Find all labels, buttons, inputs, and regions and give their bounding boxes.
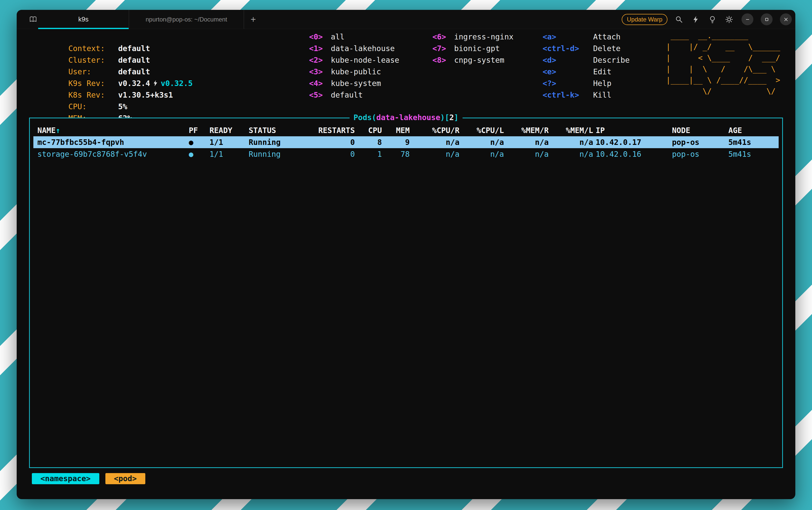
breadcrumb: <namespace> <pod> — [32, 473, 145, 484]
cell-cpu-r: n/a — [410, 148, 459, 160]
k8s-rev-label: K8s Rev: — [68, 89, 118, 101]
col-header-ip[interactable]: IP — [593, 124, 672, 136]
lightbulb-icon[interactable] — [708, 15, 718, 25]
cmd-label: Help — [593, 79, 611, 88]
bolt-icon[interactable] — [691, 15, 701, 25]
ns-hotkey: <4> — [309, 78, 331, 89]
col-header-ready[interactable]: READY — [210, 124, 249, 136]
cmd-hotkey: <d> — [543, 54, 593, 66]
namespace-shortcuts-1: <0>all <1>data-lakehouse <2>kube-node-le… — [309, 31, 432, 113]
col-header-mem-l[interactable]: %MEM/L — [549, 124, 593, 136]
cell-mem-l: n/a — [549, 136, 593, 148]
cell-node: pop-os — [672, 148, 728, 160]
pods-table: NAME↑ PF READY STATUS RESTARTS CPU MEM %… — [30, 118, 782, 160]
cmd-shortcut: <d>Describe — [543, 54, 644, 66]
col-header-cpu[interactable]: CPU — [355, 124, 382, 136]
cell-node: pop-os — [672, 136, 728, 148]
col-header-cpu-l[interactable]: %CPU/L — [459, 124, 504, 136]
user-value: default — [118, 67, 150, 76]
cmd-label: Delete — [593, 44, 621, 53]
cmd-label: Describe — [593, 56, 630, 64]
cell-mem-r: n/a — [504, 136, 549, 148]
k9s-rev-value: v0.32.4 — [118, 79, 150, 88]
cmd-hotkey: <ctrl-k> — [543, 89, 593, 101]
cluster-label: Cluster: — [68, 54, 118, 66]
ns-hotkey: <6> — [432, 31, 454, 43]
k9s-ascii-logo: ____ __.________ | |/ _/ __ \______ | < … — [666, 30, 780, 113]
cmd-hotkey: <ctrl-d> — [543, 43, 593, 54]
col-header-name[interactable]: NAME↑ — [37, 124, 189, 136]
namespace-crumb: <namespace> — [32, 473, 99, 484]
pods-panel: Pods(data-lakehouse)[2] NAME↑ PF READY S… — [29, 118, 783, 468]
pods-title-namespace: data-lakehouse — [376, 113, 440, 122]
tab-k9s[interactable]: k9s — [38, 10, 129, 29]
ns-hotkey: <8> — [432, 54, 454, 66]
update-warp-label: Update Warp — [627, 16, 662, 23]
col-header-mem-r[interactable]: %MEM/R — [504, 124, 549, 136]
ns-shortcut: <4>kube-system — [309, 78, 432, 89]
cell-mem-l: n/a — [549, 148, 593, 160]
maximize-button[interactable] — [761, 13, 773, 25]
cell-ready: 1/1 — [210, 136, 249, 148]
cell-ready: 1/1 — [210, 148, 249, 160]
k9s-rev-label: K9s Rev: — [68, 78, 118, 89]
cmd-label: Edit — [593, 67, 611, 76]
gear-icon[interactable] — [724, 15, 734, 25]
k9s-header: Context:default Cluster:default User:def… — [32, 31, 780, 113]
context-label: Context: — [68, 43, 118, 54]
update-warp-button[interactable]: Update Warp — [622, 14, 667, 25]
search-icon[interactable] — [674, 15, 684, 25]
pods-title-count: 2 — [449, 113, 454, 122]
col-header-mem[interactable]: MEM — [382, 124, 410, 136]
ns-shortcut: <6>ingress-nginx — [432, 31, 543, 43]
cell-mem: 78 — [382, 148, 410, 160]
close-button[interactable] — [780, 13, 792, 25]
cell-mem: 9 — [382, 136, 410, 148]
k9s-rev-upgrade: v0.32.5 — [161, 79, 192, 88]
cell-cpu-l: n/a — [459, 136, 504, 148]
cell-restarts: 0 — [304, 148, 355, 160]
ns-hotkey: <0> — [309, 31, 331, 43]
ns-shortcut: <0>all — [309, 31, 432, 43]
cell-cpu-r: n/a — [410, 136, 459, 148]
context-line: Context:default — [32, 31, 309, 43]
col-header-pf[interactable]: PF — [189, 124, 210, 136]
col-header-restarts[interactable]: RESTARTS — [304, 124, 355, 136]
ns-shortcut: <5>default — [309, 89, 432, 101]
col-header-cpu-r[interactable]: %CPU/R — [410, 124, 459, 136]
ns-hotkey: <1> — [309, 43, 331, 54]
cmd-shortcut: <e>Edit — [543, 66, 644, 78]
ns-label: all — [331, 32, 344, 41]
cell-ip: 10.42.0.16 — [593, 148, 672, 160]
ns-label: data-lakehouse — [331, 44, 395, 53]
ns-label: cnpg-system — [454, 56, 505, 64]
ns-shortcut: <7>bionic-gpt — [432, 43, 543, 54]
table-row-selected[interactable]: mc-77bfbc55b4-fqpvh ● 1/1 Running 0 8 9 … — [33, 136, 779, 148]
ns-label: kube-public — [331, 67, 381, 76]
cmd-shortcut: <ctrl-k>Kill — [543, 89, 644, 101]
tab-terminal[interactable]: npurton@pop-os: ~/Document — [129, 10, 244, 29]
col-header-age[interactable]: AGE — [728, 124, 776, 136]
lightning-icon — [153, 80, 158, 86]
cell-cpu: 1 — [355, 148, 382, 160]
cell-restarts: 0 — [304, 136, 355, 148]
col-header-status[interactable]: STATUS — [249, 124, 304, 136]
sort-arrow-icon: ↑ — [56, 126, 60, 135]
tab-bar: k9s npurton@pop-os: ~/Document + Update … — [17, 10, 795, 29]
bookshelf-icon[interactable] — [28, 15, 38, 25]
cmd-hotkey: <?> — [543, 78, 593, 89]
cell-ip: 10.42.0.17 — [593, 136, 672, 148]
namespace-shortcuts-2: <6>ingress-nginx <7>bionic-gpt <8>cnpg-s… — [432, 31, 543, 113]
command-shortcuts: <a>Attach <ctrl-d>Delete <d>Describe <e>… — [543, 31, 644, 113]
col-header-node[interactable]: NODE — [672, 124, 728, 136]
pods-title-resource: Pods( — [354, 113, 376, 122]
cmd-hotkey: <a> — [543, 31, 593, 43]
cell-name: storage-69b7c8768f-v5f4v — [37, 148, 189, 160]
pods-title: Pods(data-lakehouse)[2] — [350, 112, 462, 123]
minimize-button[interactable] — [742, 13, 753, 25]
cmd-shortcut: <ctrl-d>Delete — [543, 43, 644, 54]
ns-shortcut: <3>kube-public — [309, 66, 432, 78]
new-tab-button[interactable]: + — [248, 15, 258, 24]
cell-name: mc-77bfbc55b4-fqpvh — [37, 136, 189, 148]
table-row[interactable]: storage-69b7c8768f-v5f4v ● 1/1 Running 0… — [33, 148, 779, 160]
